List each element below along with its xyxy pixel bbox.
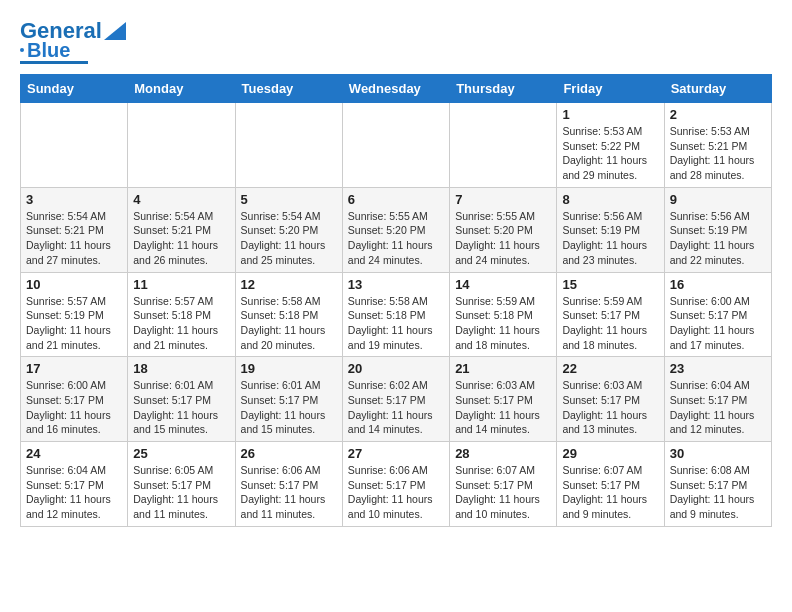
calendar-cell: 9Sunrise: 5:56 AM Sunset: 5:19 PM Daylig…: [664, 187, 771, 272]
calendar-cell: 23Sunrise: 6:04 AM Sunset: 5:17 PM Dayli…: [664, 357, 771, 442]
day-info: Sunrise: 6:04 AM Sunset: 5:17 PM Dayligh…: [670, 378, 766, 437]
day-number: 21: [455, 361, 551, 376]
calendar-cell: 17Sunrise: 6:00 AM Sunset: 5:17 PM Dayli…: [21, 357, 128, 442]
day-info: Sunrise: 5:53 AM Sunset: 5:22 PM Dayligh…: [562, 124, 658, 183]
weekday-sunday: Sunday: [21, 75, 128, 103]
logo: General Blue: [20, 20, 126, 64]
day-number: 18: [133, 361, 229, 376]
day-number: 25: [133, 446, 229, 461]
day-info: Sunrise: 5:58 AM Sunset: 5:18 PM Dayligh…: [241, 294, 337, 353]
day-number: 7: [455, 192, 551, 207]
day-info: Sunrise: 6:01 AM Sunset: 5:17 PM Dayligh…: [241, 378, 337, 437]
day-number: 6: [348, 192, 444, 207]
day-number: 27: [348, 446, 444, 461]
day-info: Sunrise: 5:58 AM Sunset: 5:18 PM Dayligh…: [348, 294, 444, 353]
day-info: Sunrise: 5:56 AM Sunset: 5:19 PM Dayligh…: [562, 209, 658, 268]
day-info: Sunrise: 5:57 AM Sunset: 5:19 PM Dayligh…: [26, 294, 122, 353]
calendar-cell: 8Sunrise: 5:56 AM Sunset: 5:19 PM Daylig…: [557, 187, 664, 272]
calendar-cell: 26Sunrise: 6:06 AM Sunset: 5:17 PM Dayli…: [235, 442, 342, 527]
calendar-cell: 29Sunrise: 6:07 AM Sunset: 5:17 PM Dayli…: [557, 442, 664, 527]
day-number: 13: [348, 277, 444, 292]
calendar-cell: 13Sunrise: 5:58 AM Sunset: 5:18 PM Dayli…: [342, 272, 449, 357]
day-info: Sunrise: 6:00 AM Sunset: 5:17 PM Dayligh…: [26, 378, 122, 437]
calendar-cell: [21, 103, 128, 188]
day-info: Sunrise: 5:57 AM Sunset: 5:18 PM Dayligh…: [133, 294, 229, 353]
day-info: Sunrise: 6:03 AM Sunset: 5:17 PM Dayligh…: [455, 378, 551, 437]
week-row: 1Sunrise: 5:53 AM Sunset: 5:22 PM Daylig…: [21, 103, 772, 188]
day-number: 8: [562, 192, 658, 207]
logo-underline: [20, 61, 88, 64]
day-info: Sunrise: 5:59 AM Sunset: 5:18 PM Dayligh…: [455, 294, 551, 353]
weekday-wednesday: Wednesday: [342, 75, 449, 103]
calendar-cell: [128, 103, 235, 188]
day-info: Sunrise: 6:07 AM Sunset: 5:17 PM Dayligh…: [455, 463, 551, 522]
day-number: 29: [562, 446, 658, 461]
week-row: 3Sunrise: 5:54 AM Sunset: 5:21 PM Daylig…: [21, 187, 772, 272]
day-number: 19: [241, 361, 337, 376]
day-number: 23: [670, 361, 766, 376]
calendar-cell: 16Sunrise: 6:00 AM Sunset: 5:17 PM Dayli…: [664, 272, 771, 357]
day-info: Sunrise: 6:03 AM Sunset: 5:17 PM Dayligh…: [562, 378, 658, 437]
calendar-cell: 18Sunrise: 6:01 AM Sunset: 5:17 PM Dayli…: [128, 357, 235, 442]
day-number: 9: [670, 192, 766, 207]
day-info: Sunrise: 5:53 AM Sunset: 5:21 PM Dayligh…: [670, 124, 766, 183]
logo-text-blue: Blue: [27, 40, 70, 60]
day-info: Sunrise: 5:59 AM Sunset: 5:17 PM Dayligh…: [562, 294, 658, 353]
day-info: Sunrise: 6:06 AM Sunset: 5:17 PM Dayligh…: [241, 463, 337, 522]
day-info: Sunrise: 6:02 AM Sunset: 5:17 PM Dayligh…: [348, 378, 444, 437]
weekday-saturday: Saturday: [664, 75, 771, 103]
calendar-cell: 10Sunrise: 5:57 AM Sunset: 5:19 PM Dayli…: [21, 272, 128, 357]
day-number: 2: [670, 107, 766, 122]
calendar-cell: 19Sunrise: 6:01 AM Sunset: 5:17 PM Dayli…: [235, 357, 342, 442]
day-number: 10: [26, 277, 122, 292]
calendar-table: SundayMondayTuesdayWednesdayThursdayFrid…: [20, 74, 772, 527]
day-number: 4: [133, 192, 229, 207]
week-row: 17Sunrise: 6:00 AM Sunset: 5:17 PM Dayli…: [21, 357, 772, 442]
day-info: Sunrise: 5:54 AM Sunset: 5:20 PM Dayligh…: [241, 209, 337, 268]
day-info: Sunrise: 5:54 AM Sunset: 5:21 PM Dayligh…: [133, 209, 229, 268]
day-number: 11: [133, 277, 229, 292]
weekday-tuesday: Tuesday: [235, 75, 342, 103]
calendar-cell: 12Sunrise: 5:58 AM Sunset: 5:18 PM Dayli…: [235, 272, 342, 357]
calendar-header: SundayMondayTuesdayWednesdayThursdayFrid…: [21, 75, 772, 103]
calendar-cell: [235, 103, 342, 188]
calendar-body: 1Sunrise: 5:53 AM Sunset: 5:22 PM Daylig…: [21, 103, 772, 527]
calendar-cell: 24Sunrise: 6:04 AM Sunset: 5:17 PM Dayli…: [21, 442, 128, 527]
svg-marker-0: [104, 22, 126, 40]
day-number: 14: [455, 277, 551, 292]
calendar-cell: 5Sunrise: 5:54 AM Sunset: 5:20 PM Daylig…: [235, 187, 342, 272]
day-number: 5: [241, 192, 337, 207]
calendar-cell: 7Sunrise: 5:55 AM Sunset: 5:20 PM Daylig…: [450, 187, 557, 272]
day-info: Sunrise: 6:04 AM Sunset: 5:17 PM Dayligh…: [26, 463, 122, 522]
day-info: Sunrise: 5:54 AM Sunset: 5:21 PM Dayligh…: [26, 209, 122, 268]
calendar-cell: 25Sunrise: 6:05 AM Sunset: 5:17 PM Dayli…: [128, 442, 235, 527]
day-info: Sunrise: 5:55 AM Sunset: 5:20 PM Dayligh…: [348, 209, 444, 268]
calendar-cell: 15Sunrise: 5:59 AM Sunset: 5:17 PM Dayli…: [557, 272, 664, 357]
day-number: 28: [455, 446, 551, 461]
weekday-friday: Friday: [557, 75, 664, 103]
weekday-header-row: SundayMondayTuesdayWednesdayThursdayFrid…: [21, 75, 772, 103]
calendar-cell: 14Sunrise: 5:59 AM Sunset: 5:18 PM Dayli…: [450, 272, 557, 357]
calendar-cell: 11Sunrise: 5:57 AM Sunset: 5:18 PM Dayli…: [128, 272, 235, 357]
calendar-cell: 2Sunrise: 5:53 AM Sunset: 5:21 PM Daylig…: [664, 103, 771, 188]
calendar-cell: 21Sunrise: 6:03 AM Sunset: 5:17 PM Dayli…: [450, 357, 557, 442]
header: General Blue: [20, 20, 772, 64]
day-number: 22: [562, 361, 658, 376]
week-row: 24Sunrise: 6:04 AM Sunset: 5:17 PM Dayli…: [21, 442, 772, 527]
day-info: Sunrise: 5:55 AM Sunset: 5:20 PM Dayligh…: [455, 209, 551, 268]
logo-arrow-icon: [104, 22, 126, 40]
calendar-cell: 4Sunrise: 5:54 AM Sunset: 5:21 PM Daylig…: [128, 187, 235, 272]
day-number: 24: [26, 446, 122, 461]
day-info: Sunrise: 5:56 AM Sunset: 5:19 PM Dayligh…: [670, 209, 766, 268]
day-number: 16: [670, 277, 766, 292]
calendar-cell: 22Sunrise: 6:03 AM Sunset: 5:17 PM Dayli…: [557, 357, 664, 442]
day-info: Sunrise: 6:07 AM Sunset: 5:17 PM Dayligh…: [562, 463, 658, 522]
day-info: Sunrise: 6:08 AM Sunset: 5:17 PM Dayligh…: [670, 463, 766, 522]
day-number: 3: [26, 192, 122, 207]
calendar-cell: 3Sunrise: 5:54 AM Sunset: 5:21 PM Daylig…: [21, 187, 128, 272]
day-number: 15: [562, 277, 658, 292]
day-info: Sunrise: 6:01 AM Sunset: 5:17 PM Dayligh…: [133, 378, 229, 437]
day-number: 30: [670, 446, 766, 461]
calendar-cell: 20Sunrise: 6:02 AM Sunset: 5:17 PM Dayli…: [342, 357, 449, 442]
day-number: 17: [26, 361, 122, 376]
